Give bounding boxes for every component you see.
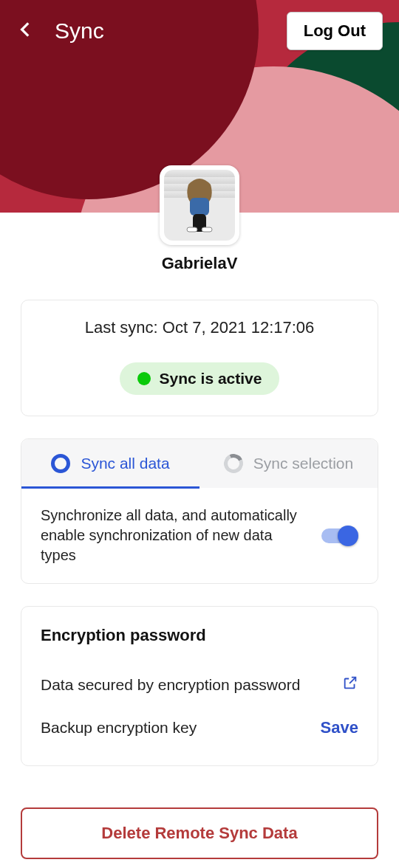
tab-sync-selection[interactable]: Sync selection bbox=[200, 439, 378, 488]
sync-status-badge: Sync is active bbox=[120, 362, 280, 395]
sync-all-description: Synchronize all data, and automatically … bbox=[41, 506, 307, 565]
delete-remote-sync-button[interactable]: Delete Remote Sync Data bbox=[21, 807, 378, 859]
sync-all-toggle[interactable] bbox=[321, 526, 358, 546]
external-link-icon bbox=[342, 675, 358, 695]
sync-options-card: Sync all data Sync selection Synchronize… bbox=[21, 438, 378, 584]
sync-status-label: Sync is active bbox=[160, 370, 262, 388]
last-sync-text: Last sync: Oct 7, 2021 12:17:06 bbox=[39, 318, 360, 337]
save-backup-key-button[interactable]: Save bbox=[321, 718, 358, 737]
progress-ring-icon bbox=[221, 451, 245, 475]
encryption-secured-label: Data secured by encryption password bbox=[41, 676, 300, 694]
encryption-title: Encryption password bbox=[41, 626, 358, 645]
encryption-secured-row[interactable]: Data secured by encryption password bbox=[41, 666, 358, 703]
encryption-card: Encryption password Data secured by encr… bbox=[21, 606, 378, 766]
svg-rect-8 bbox=[202, 227, 212, 232]
username: GabrielaV bbox=[0, 254, 399, 273]
back-icon[interactable] bbox=[16, 20, 35, 42]
tab-sync-selection-label: Sync selection bbox=[253, 455, 353, 472]
logout-button[interactable]: Log Out bbox=[287, 12, 383, 50]
svg-rect-5 bbox=[190, 198, 209, 216]
page-title: Sync bbox=[55, 18, 104, 44]
backup-key-row: Backup encryption key Save bbox=[41, 709, 358, 746]
tab-sync-all-label: Sync all data bbox=[81, 455, 169, 472]
tab-sync-all[interactable]: Sync all data bbox=[21, 439, 200, 488]
sync-tabs: Sync all data Sync selection bbox=[21, 439, 378, 488]
status-dot-icon bbox=[137, 372, 151, 385]
circle-ring-icon bbox=[51, 454, 70, 473]
sync-status-card: Last sync: Oct 7, 2021 12:17:06 Sync is … bbox=[21, 300, 378, 416]
svg-rect-7 bbox=[187, 227, 197, 232]
backup-key-label: Backup encryption key bbox=[41, 719, 197, 737]
avatar-image bbox=[164, 170, 235, 241]
avatar[interactable] bbox=[160, 165, 239, 245]
